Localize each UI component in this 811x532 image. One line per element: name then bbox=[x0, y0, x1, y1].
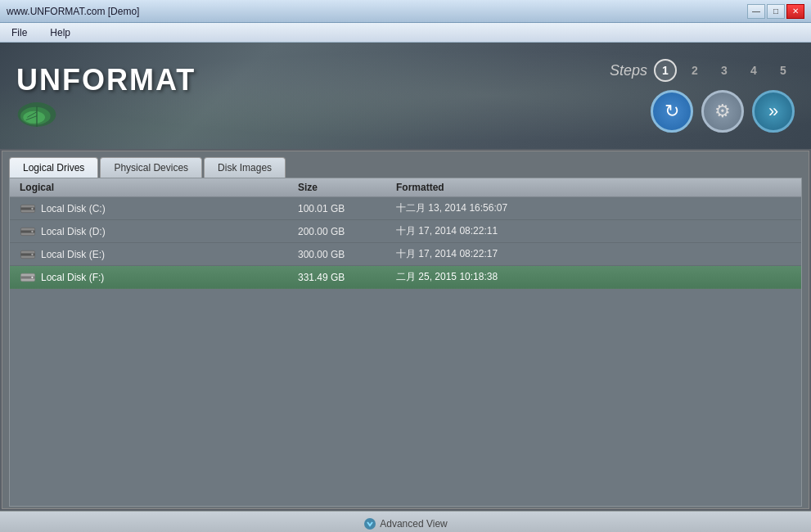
drive-icon bbox=[20, 272, 36, 283]
cell-logical-1: Local Disk (D:) bbox=[20, 226, 298, 237]
step-1[interactable]: 1 bbox=[654, 59, 677, 82]
cell-formatted-0: 十二月 13, 2014 16:56:07 bbox=[396, 201, 791, 215]
table-header: Logical Size Formatted bbox=[10, 178, 801, 197]
cell-size-0: 100.01 GB bbox=[298, 203, 396, 214]
table-area: Logical Size Formatted Local Disk (C:) 1… bbox=[9, 178, 802, 507]
cell-logical-0: Local Disk (C:) bbox=[20, 203, 298, 214]
refresh-button[interactable]: ↻ bbox=[651, 90, 693, 133]
cell-size-1: 200.00 GB bbox=[298, 226, 396, 237]
action-buttons: ↻ ⚙ » bbox=[651, 90, 795, 133]
step-2[interactable]: 2 bbox=[683, 59, 706, 82]
table-body: Local Disk (C:) 100.01 GB 十二月 13, 2014 1… bbox=[10, 197, 801, 289]
menu-bar: File Help bbox=[0, 23, 811, 43]
minimize-button[interactable]: — bbox=[747, 4, 765, 19]
drive-icon bbox=[20, 226, 36, 237]
cell-formatted-3: 二月 25, 2015 10:18:38 bbox=[396, 270, 791, 284]
table-row[interactable]: Local Disk (D:) 200.00 GB 十月 17, 2014 08… bbox=[10, 220, 801, 243]
menu-help[interactable]: Help bbox=[45, 25, 75, 40]
logo-leaf-icon bbox=[16, 101, 57, 129]
advanced-view-button[interactable]: Advanced View bbox=[363, 517, 448, 530]
tab-physical-devices[interactable]: Physical Devices bbox=[100, 157, 202, 178]
table-row[interactable]: Local Disk (E:) 300.00 GB 十月 17, 2014 08… bbox=[10, 243, 801, 266]
table-row[interactable]: Local Disk (C:) 100.01 GB 十二月 13, 2014 1… bbox=[10, 197, 801, 220]
col-header-size: Size bbox=[298, 182, 396, 193]
col-header-logical: Logical bbox=[20, 182, 298, 193]
cell-formatted-1: 十月 17, 2014 08:22:11 bbox=[396, 224, 791, 238]
cell-logical-3: Local Disk (F:) bbox=[20, 272, 298, 283]
maximize-button[interactable]: □ bbox=[767, 4, 785, 19]
table-row[interactable]: Local Disk (F:) 331.49 GB 二月 25, 2015 10… bbox=[10, 266, 801, 289]
drive-icon bbox=[20, 203, 36, 214]
cell-size-2: 300.00 GB bbox=[298, 249, 396, 260]
window-controls: — □ ✕ bbox=[747, 4, 804, 19]
tab-logical-drives[interactable]: Logical Drives bbox=[9, 157, 98, 178]
close-button[interactable]: ✕ bbox=[786, 4, 804, 19]
logo-text: UNFORMAT bbox=[16, 63, 196, 97]
advanced-view-icon bbox=[363, 517, 376, 530]
svg-point-17 bbox=[31, 276, 33, 277]
step-3[interactable]: 3 bbox=[713, 59, 736, 82]
cell-logical-2: Local Disk (E:) bbox=[20, 249, 298, 260]
svg-point-8 bbox=[31, 207, 33, 209]
tabs: Logical Drives Physical Devices Disk Ima… bbox=[2, 151, 809, 178]
drive-icon bbox=[20, 249, 36, 260]
steps-area: Steps 1 2 3 4 5 bbox=[610, 59, 795, 82]
window-title: www.UNFORMAT.com [Demo] bbox=[7, 6, 139, 17]
svg-point-14 bbox=[31, 253, 33, 255]
menu-file[interactable]: File bbox=[7, 25, 32, 40]
cell-formatted-2: 十月 17, 2014 08:22:17 bbox=[396, 247, 791, 261]
logo-area: UNFORMAT bbox=[16, 63, 196, 129]
step-5[interactable]: 5 bbox=[772, 59, 795, 82]
step-4[interactable]: 4 bbox=[742, 59, 765, 82]
svg-point-18 bbox=[364, 518, 376, 530]
col-header-formatted: Formatted bbox=[396, 182, 791, 193]
tab-disk-images[interactable]: Disk Images bbox=[204, 157, 286, 178]
title-bar: www.UNFORMAT.com [Demo] — □ ✕ bbox=[0, 0, 811, 23]
steps-label: Steps bbox=[610, 62, 647, 79]
main-content: Logical Drives Physical Devices Disk Ima… bbox=[2, 151, 809, 509]
advanced-view-label: Advanced View bbox=[380, 518, 448, 530]
cell-size-3: 331.49 GB bbox=[298, 272, 396, 283]
bottom-bar: Advanced View bbox=[0, 511, 811, 532]
header: UNFORMAT Steps 1 2 3 4 5 ↻ ⚙ » bbox=[0, 43, 811, 149]
forward-button[interactable]: » bbox=[752, 90, 795, 133]
svg-point-11 bbox=[31, 230, 33, 232]
settings-button[interactable]: ⚙ bbox=[701, 90, 744, 133]
